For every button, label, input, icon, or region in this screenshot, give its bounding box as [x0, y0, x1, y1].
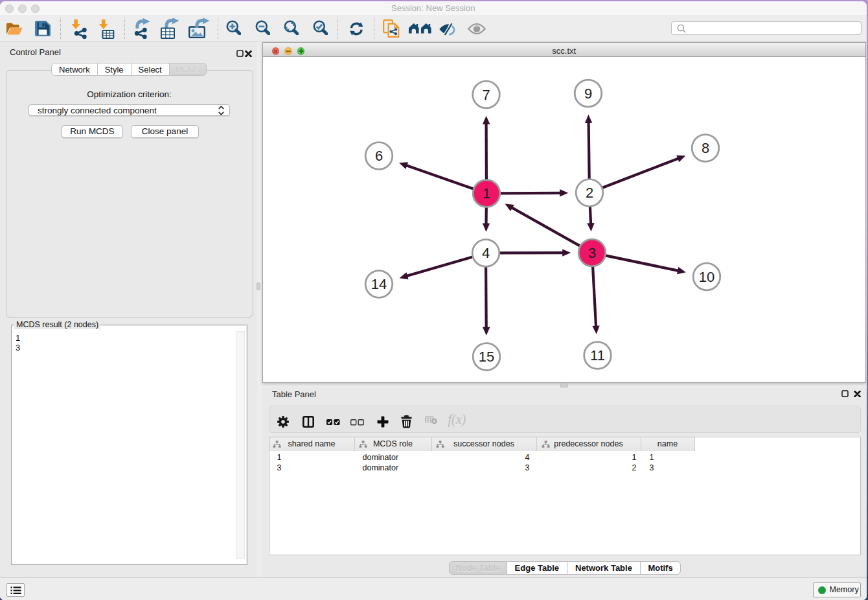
- svg-text:14: 14: [371, 276, 387, 292]
- svg-text:3: 3: [588, 245, 596, 261]
- svg-text:10: 10: [699, 269, 714, 285]
- svg-text:4: 4: [482, 245, 490, 261]
- svg-text:6: 6: [375, 148, 383, 164]
- svg-text:2: 2: [586, 185, 593, 201]
- svg-text:11: 11: [590, 347, 605, 363]
- svg-text:7: 7: [482, 87, 490, 103]
- svg-text:9: 9: [584, 86, 592, 102]
- svg-text:1: 1: [483, 185, 490, 202]
- svg-text:8: 8: [702, 140, 709, 156]
- svg-text:15: 15: [479, 349, 494, 365]
